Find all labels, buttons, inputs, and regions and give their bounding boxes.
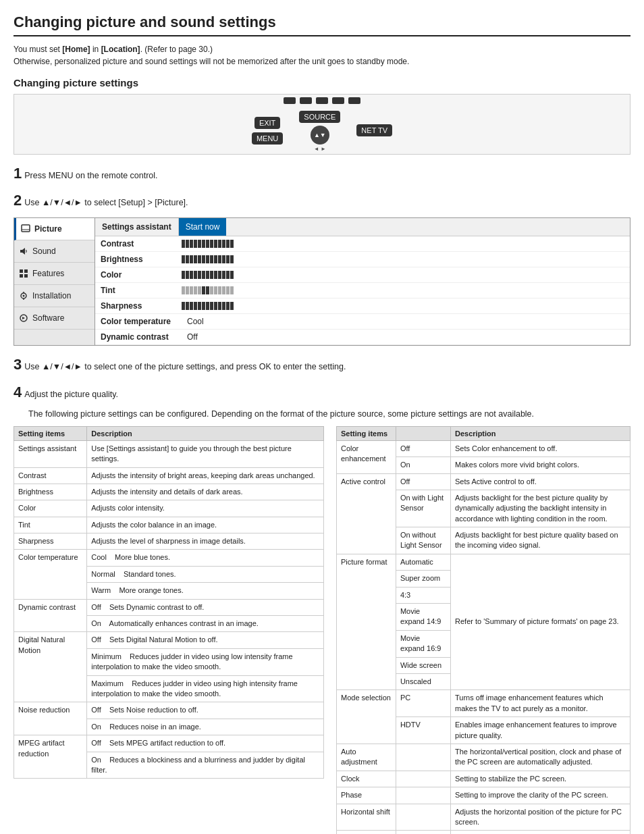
dynamic-contrast-row: Dynamic contrast Off bbox=[95, 330, 630, 345]
svg-rect-5 bbox=[20, 274, 23, 278]
menu-item-picture[interactable]: Picture bbox=[14, 218, 95, 240]
table-row: Settings assistant Use [Settings assista… bbox=[14, 440, 324, 467]
menu-item-installation[interactable]: Installation bbox=[14, 285, 95, 307]
left-table-header-desc: Description bbox=[87, 426, 324, 440]
brightness-label: Brightness bbox=[101, 255, 182, 264]
menu-features-label: Features bbox=[32, 269, 64, 278]
table-row: Color Adjusts color intensity. bbox=[14, 500, 324, 517]
right-table-header-sub bbox=[396, 426, 450, 440]
table-row: Contrast Adjusts the intensity of bright… bbox=[14, 467, 324, 484]
step4-sub: The following picture settings can be co… bbox=[28, 407, 630, 421]
tint-label: Tint bbox=[101, 286, 182, 295]
table-row: Mode selection PC Turns off image enhanc… bbox=[337, 690, 630, 717]
table-row: Digital Natural Motion Off Sets Digital … bbox=[14, 632, 324, 648]
right-settings-table: Setting items Description Color enhancem… bbox=[336, 426, 630, 834]
color-bar bbox=[182, 271, 234, 279]
dynamic-contrast-value: Off bbox=[187, 332, 198, 342]
svg-rect-4 bbox=[24, 269, 28, 273]
left-column: Setting items Description Settings assis… bbox=[14, 426, 324, 834]
section-title: Changing picture settings bbox=[14, 77, 630, 88]
table-row: Phase Setting to improve the clarity of … bbox=[337, 787, 630, 804]
table-row: MPEG artifact reduction Off Sets MPEG ar… bbox=[14, 735, 324, 752]
menu-picture-label: Picture bbox=[34, 224, 62, 234]
contrast-label: Contrast bbox=[101, 239, 182, 249]
picture-icon bbox=[20, 224, 31, 234]
table-row: Dynamic contrast Off Sets Dynamic contra… bbox=[14, 599, 324, 615]
table-row: Auto adjustment The horizontal/vertical … bbox=[337, 744, 630, 771]
table-row: Tint Adjusts the color balance in an ima… bbox=[14, 517, 324, 533]
table-row: Clock Setting to stabilize the PC screen… bbox=[337, 771, 630, 787]
step4-text: Adjust the picture quality. bbox=[24, 388, 118, 401]
sharpness-label: Sharpness bbox=[101, 301, 182, 311]
color-temp-label: Color temperature bbox=[101, 317, 182, 326]
table-row: Sharpness Adjusts the level of sharpness… bbox=[14, 533, 324, 550]
svg-point-8 bbox=[23, 295, 25, 297]
table-row: Vertical shift Adjusts the vertical posi… bbox=[337, 831, 630, 834]
start-now-button[interactable]: Start now bbox=[179, 218, 227, 236]
table-row: Brightness Adjusts the intensity and det… bbox=[14, 484, 324, 500]
svg-marker-2 bbox=[20, 248, 25, 255]
table-row: Noise reduction Off Sets Noise reduction… bbox=[14, 702, 324, 719]
content-columns: Setting items Description Settings assis… bbox=[14, 426, 630, 834]
sound-icon bbox=[18, 246, 29, 257]
left-settings-table: Setting items Description Settings assis… bbox=[14, 426, 324, 779]
contrast-row: Contrast bbox=[95, 236, 630, 252]
svg-rect-3 bbox=[20, 269, 23, 273]
menu-mockup: Picture Sound Features Installation Soft… bbox=[14, 217, 630, 346]
remote-image: EXIT MENU SOURCE ▲▼ ◄ ► NET TV bbox=[14, 94, 630, 155]
menu-sidebar: Picture Sound Features Installation Soft… bbox=[14, 218, 95, 345]
menu-sound-label: Sound bbox=[32, 246, 56, 256]
table-row: Color temperature Cool More blue tones. bbox=[14, 550, 324, 566]
step1-text: Press MENU on the remote control. bbox=[24, 169, 157, 182]
steps-section: 1 Press MENU on the remote control. 2 Us… bbox=[14, 161, 630, 212]
color-row: Color bbox=[95, 267, 630, 283]
step3-text: Use ▲/▼/◄/► to select one of the picture… bbox=[24, 360, 346, 373]
right-table-header-item: Setting items bbox=[337, 426, 396, 440]
sharpness-bar bbox=[182, 302, 234, 310]
dynamic-contrast-label: Dynamic contrast bbox=[101, 332, 182, 342]
svg-rect-6 bbox=[24, 274, 28, 278]
right-table-header-desc: Description bbox=[451, 426, 630, 440]
sharpness-row: Sharpness bbox=[95, 298, 630, 314]
menu-item-sound[interactable]: Sound bbox=[14, 240, 95, 263]
color-temp-value: Cool bbox=[187, 317, 204, 326]
steps-3-4: 3 Use ▲/▼/◄/► to select one of the pictu… bbox=[14, 353, 630, 420]
left-table-header-item: Setting items bbox=[14, 426, 87, 440]
menu-item-software[interactable]: Software bbox=[14, 307, 95, 330]
svg-rect-0 bbox=[22, 225, 30, 232]
right-column: Setting items Description Color enhancem… bbox=[336, 426, 630, 834]
features-icon bbox=[18, 268, 29, 279]
menu-item-features[interactable]: Features bbox=[14, 263, 95, 285]
menu-software-label: Software bbox=[32, 313, 64, 323]
menu-installation-label: Installation bbox=[32, 291, 71, 301]
intro-text: You must set [Home] in [Location]. (Refe… bbox=[14, 43, 630, 68]
software-icon bbox=[18, 313, 29, 323]
page-title: Changing picture and sound settings bbox=[14, 14, 630, 36]
installation-icon bbox=[18, 290, 29, 301]
settings-assistant-tab[interactable]: Settings assistant bbox=[95, 218, 179, 236]
color-label: Color bbox=[101, 270, 182, 280]
brightness-bar bbox=[182, 255, 234, 263]
brightness-row: Brightness bbox=[95, 252, 630, 267]
color-temp-row: Color temperature Cool bbox=[95, 314, 630, 330]
table-row: Color enhancement Off Sets Color enhance… bbox=[337, 440, 630, 457]
table-row: Picture format Automatic Refer to 'Summa… bbox=[337, 554, 630, 570]
menu-right-header: Settings assistant Start now bbox=[95, 218, 630, 236]
menu-right-panel: Settings assistant Start now Contrast Br… bbox=[95, 218, 630, 345]
table-row: Active control Off Sets Active control t… bbox=[337, 473, 630, 490]
step2-text: Use ▲/▼/◄/► to select [Setup] > [Picture… bbox=[24, 196, 188, 209]
contrast-bar bbox=[182, 240, 234, 248]
tint-bar bbox=[182, 286, 234, 294]
table-row: Horizontal shift Adjusts the horizontal … bbox=[337, 804, 630, 831]
tint-row: Tint bbox=[95, 283, 630, 298]
